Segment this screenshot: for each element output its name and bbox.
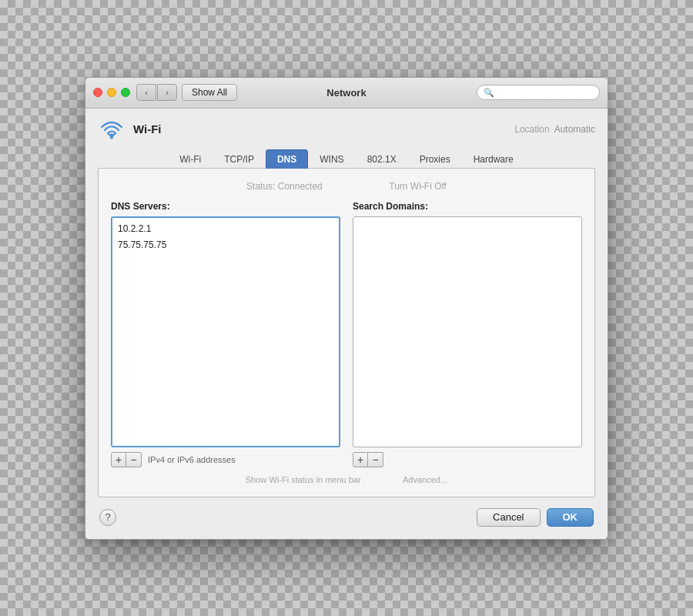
top-bar: Wi-Fi Location Automatic bbox=[98, 118, 595, 141]
wifi-icon bbox=[98, 118, 126, 141]
domain-remove-button[interactable]: − bbox=[368, 452, 383, 467]
tab-hardware[interactable]: Hardware bbox=[462, 149, 525, 169]
ipv4-hint: IPv4 or IPv6 addresses bbox=[148, 455, 236, 464]
search-domains-col: Search Domains: + − bbox=[353, 201, 582, 467]
dns-add-button[interactable]: + bbox=[111, 452, 126, 467]
bottom-strip: Show Wi-Fi status in menu bar Advanced..… bbox=[111, 475, 582, 484]
content-area: Wi-Fi Location Automatic Wi-Fi TCP/IP DN… bbox=[85, 109, 608, 539]
dns-servers-label: DNS Servers: bbox=[111, 201, 340, 212]
svg-point-0 bbox=[110, 136, 113, 139]
button-row: ? Cancel OK bbox=[98, 508, 595, 527]
search-input[interactable] bbox=[497, 88, 593, 97]
maximize-button[interactable] bbox=[121, 88, 130, 97]
domain-add-button[interactable]: + bbox=[353, 452, 368, 467]
tab-dns[interactable]: DNS bbox=[266, 149, 308, 169]
nav-back-button[interactable]: ‹ bbox=[136, 84, 156, 101]
dns-panel: Status: Connected Turn Wi-Fi Off DNS Ser… bbox=[98, 169, 595, 497]
window-title: Network bbox=[326, 87, 366, 99]
traffic-lights bbox=[93, 88, 130, 97]
action-buttons: Cancel OK bbox=[477, 508, 594, 527]
minimize-button[interactable] bbox=[107, 88, 116, 97]
tab-wins[interactable]: WINS bbox=[308, 149, 355, 169]
dns-servers-list[interactable]: 10.2.2.1 75.75.75.75 bbox=[111, 216, 340, 447]
network-window: ‹ › Show All Network 🔍 bbox=[85, 77, 608, 540]
tab-bar: Wi-Fi TCP/IP DNS WINS 802.1X Proxies Har… bbox=[98, 149, 595, 169]
status-text: Status: Connected bbox=[246, 181, 323, 192]
tab-proxies[interactable]: Proxies bbox=[408, 149, 462, 169]
titlebar: ‹ › Show All Network 🔍 bbox=[85, 78, 608, 109]
tab-tcpip[interactable]: TCP/IP bbox=[213, 149, 266, 169]
search-domains-controls: + − bbox=[353, 452, 582, 467]
list-item: 75.75.75.75 bbox=[116, 237, 336, 253]
location-label: Location bbox=[514, 124, 549, 135]
search-domains-label: Search Domains: bbox=[353, 201, 582, 212]
search-box[interactable]: 🔍 bbox=[477, 85, 600, 100]
dns-remove-button[interactable]: − bbox=[126, 452, 142, 467]
cancel-button[interactable]: Cancel bbox=[477, 508, 540, 527]
dns-servers-controls: + − IPv4 or IPv6 addresses bbox=[111, 452, 340, 467]
list-item: 10.2.2.1 bbox=[116, 221, 336, 237]
dns-grid: DNS Servers: 10.2.2.1 75.75.75.75 + − IP… bbox=[111, 201, 582, 467]
nav-buttons: ‹ › bbox=[136, 84, 177, 101]
status-row: Status: Connected Turn Wi-Fi Off bbox=[111, 181, 582, 192]
location-area: Location Automatic bbox=[514, 124, 595, 135]
nav-forward-button[interactable]: › bbox=[157, 84, 177, 101]
tab-8021x[interactable]: 802.1X bbox=[356, 149, 408, 169]
dns-servers-col: DNS Servers: 10.2.2.1 75.75.75.75 + − IP… bbox=[111, 201, 340, 467]
search-icon: 🔍 bbox=[484, 88, 494, 98]
close-button[interactable] bbox=[93, 88, 102, 97]
turn-off-label: Turn Wi-Fi Off bbox=[389, 181, 447, 192]
ok-button[interactable]: OK bbox=[547, 508, 594, 527]
help-button[interactable]: ? bbox=[99, 509, 116, 526]
show-all-button[interactable]: Show All bbox=[182, 84, 237, 101]
wifi-label: Wi-Fi bbox=[133, 122, 162, 136]
search-domains-list[interactable] bbox=[353, 216, 582, 447]
location-value: Automatic bbox=[554, 124, 595, 135]
tab-wifi[interactable]: Wi-Fi bbox=[168, 149, 213, 169]
